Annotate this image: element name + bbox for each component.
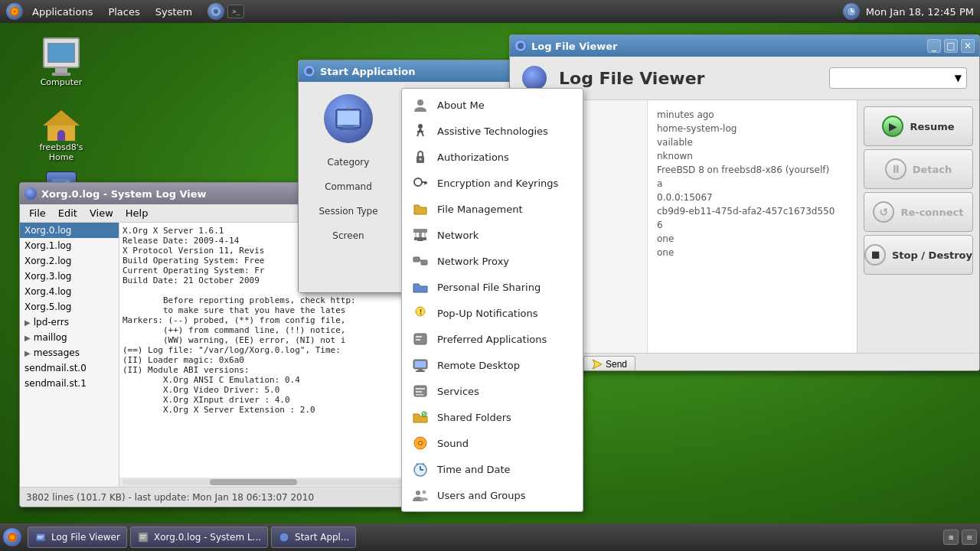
lv-info-6: 6 (657, 220, 848, 230)
syslog-item-lpd[interactable]: ▶ lpd-errs (20, 315, 119, 330)
syslog-scrollbar-thumb[interactable] (210, 479, 297, 485)
svg-rect-41 (416, 339, 420, 341)
logviewer-close-button[interactable]: ✕ (961, 39, 975, 53)
panel-network-icon[interactable] (207, 3, 224, 20)
syslog-item-xorg5[interactable]: Xorg.5.log (20, 299, 119, 315)
menu-item-popup-notifications[interactable]: ! Pop-Up Notifications (402, 300, 583, 326)
lv-reconnect-label: Re-connect (900, 207, 963, 218)
start-app-title: Start Application (320, 66, 415, 77)
menu-item-network-proxy[interactable]: Network Proxy (402, 248, 583, 274)
lv-resume-icon: ▶ (882, 116, 903, 137)
menu-item-assistive[interactable]: Assistive Technologies (402, 118, 583, 144)
taskbar-startapp-icon (278, 531, 290, 543)
applications-menu[interactable]: Applications (26, 3, 99, 21)
syslog-item-xorg3[interactable]: Xorg.3.log (20, 269, 119, 284)
taskbar-indicator-2[interactable]: ⊟ (962, 530, 977, 545)
menu-item-preferred-apps[interactable]: Preferred Applications (402, 326, 583, 352)
network-proxy-icon (411, 252, 430, 270)
syslog-title: Xorg.0.log - System Log View (41, 188, 207, 200)
taskbar-indicator-1[interactable]: ⊞ (943, 530, 959, 545)
start-app-titlebar-icon (303, 65, 315, 77)
lv-stop-button[interactable]: ⏹ Stop / Destroy (864, 235, 973, 275)
menu-item-about-me-label: About Me (437, 99, 573, 111)
logviewer-dropdown[interactable]: ▼ (829, 67, 967, 89)
lv-info-available: vailable (657, 137, 848, 148)
label-command: Command (318, 180, 377, 194)
svg-rect-40 (416, 336, 422, 337)
menu-item-personal-file-sharing[interactable]: Personal File Sharing (402, 274, 583, 300)
taskbar: Log File Viewer Xorg.0.log - System L...… (0, 523, 980, 551)
syslog-item-xorg0[interactable]: Xorg.0.log (20, 223, 119, 238)
menu-item-users-groups-label: Users and Groups (437, 490, 573, 501)
syslog-item-messages[interactable]: ▶ messages (20, 345, 119, 360)
taskbar-item-startapp[interactable]: Start Appl... (271, 527, 356, 548)
computer-icon-image (43, 37, 80, 76)
syslog-menu-edit[interactable]: Edit (52, 206, 83, 220)
logviewer-titlebar-left: Log File Viewer (514, 40, 618, 52)
menu-item-preferred-apps-label: Preferred Applications (437, 334, 573, 345)
menu-item-about-me[interactable]: About Me (402, 92, 583, 118)
top-panel: Applications Places System >_ Mon Jan 18… (0, 0, 980, 23)
remote-desktop-icon (411, 356, 430, 374)
preferred-apps-icon (411, 330, 430, 348)
lv-reconnect-button[interactable]: ↺ Re-connect (864, 192, 973, 232)
expand-arrow-lpd: ▶ (24, 318, 31, 327)
lv-resume-button[interactable]: ▶ Resume (864, 106, 973, 146)
menu-item-time-date[interactable]: Time and Date (402, 456, 583, 482)
menu-item-remote-desktop-label: Remote Desktop (437, 360, 573, 371)
lv-detach-button[interactable]: ⏸ Detach (864, 149, 973, 189)
computer-icon-label: Computer (41, 77, 83, 87)
taskbar-item-syslog[interactable]: Xorg.0.log - System L... (130, 527, 268, 548)
menu-item-sound[interactable]: Sound (402, 430, 583, 456)
syslog-item-sendmail0[interactable]: sendmail.st.0 (20, 360, 119, 376)
lv-send-button[interactable]: Send (583, 356, 635, 372)
menu-item-file-management[interactable]: File Management (402, 196, 583, 222)
dropdown-menu: About Me Assistive Technologies Authori (401, 88, 583, 512)
syslog-item-xorg1[interactable]: Xorg.1.log (20, 238, 119, 253)
syslog-menu-file[interactable]: File (23, 206, 52, 220)
menu-item-encryption[interactable]: Encryption and Keyrings (402, 170, 583, 196)
menu-item-shared-folders[interactable]: Shared Folders (402, 404, 583, 430)
svg-point-2 (13, 10, 16, 13)
lv-info-uuid: cb9d9-eb11-475d-afa2-457c1673d550 (657, 206, 848, 217)
system-menu[interactable]: System (149, 3, 198, 21)
svg-rect-48 (416, 391, 422, 393)
taskbar-syslog-label: Xorg.0.log - System L... (154, 532, 261, 543)
menu-item-services[interactable]: Services (402, 378, 583, 404)
panel-terminal-icon[interactable]: >_ (227, 5, 244, 18)
datetime-label: Mon Jan 18, 12:45 PM (866, 6, 974, 18)
desktop-icon-home[interactable]: freebsd8's Home (31, 107, 92, 165)
logviewer-window-controls: _ □ ✕ (927, 39, 975, 53)
menu-item-shared-folders-label: Shared Folders (437, 412, 573, 423)
places-menu[interactable]: Places (102, 3, 145, 21)
menu-item-authorizations-label: Authorizations (437, 152, 573, 163)
syslog-menu-help[interactable]: Help (119, 206, 155, 220)
start-app-titlebar-left: Start Application (303, 65, 415, 77)
menu-item-authorizations[interactable]: Authorizations (402, 144, 583, 170)
svg-point-17 (347, 106, 350, 109)
menu-item-users-groups[interactable]: Users and Groups (402, 482, 583, 508)
svg-rect-33 (423, 237, 426, 240)
menu-item-popup-notifications-label: Pop-Up Notifications (437, 308, 573, 319)
syslog-item-sendmail1[interactable]: sendmail.st.1 (20, 376, 119, 391)
menu-item-remote-desktop[interactable]: Remote Desktop (402, 352, 583, 378)
svg-rect-35 (421, 260, 427, 265)
syslog-menu-view[interactable]: View (83, 206, 119, 220)
syslog-scrollbar[interactable] (122, 479, 413, 485)
syslog-item-xorg2[interactable]: Xorg.2.log (20, 253, 119, 269)
personal-file-sharing-icon (411, 278, 430, 296)
desktop: Applications Places System >_ Mon Jan 18… (0, 0, 980, 551)
syslog-item-xorg4[interactable]: Xorg.4.log (20, 284, 119, 299)
desktop-icon-computer[interactable]: Computer (31, 34, 92, 90)
logviewer-maximize-button[interactable]: □ (944, 39, 958, 53)
taskbar-start-button[interactable] (3, 528, 21, 546)
syslog-item-maillog[interactable]: ▶ maillog (20, 330, 119, 345)
svg-rect-49 (416, 394, 423, 396)
taskbar-item-logviewer[interactable]: Log File Viewer (28, 527, 127, 548)
file-management-icon (411, 200, 430, 218)
logviewer-minimize-button[interactable]: _ (927, 39, 941, 53)
svg-rect-32 (414, 237, 417, 240)
menu-item-network[interactable]: Network (402, 222, 583, 248)
menu-item-assistive-label: Assistive Technologies (437, 126, 573, 137)
syslog-titlebar-icon (24, 187, 37, 200)
